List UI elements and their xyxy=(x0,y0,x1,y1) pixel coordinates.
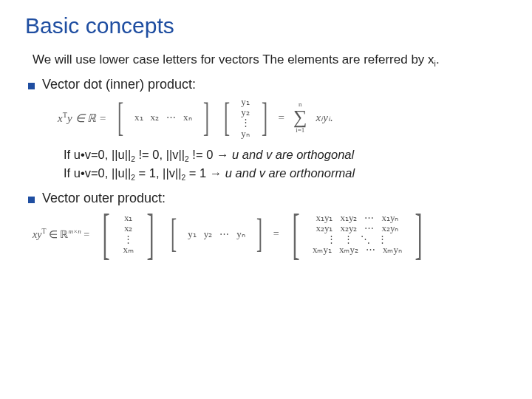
cx1: x₁ xyxy=(124,213,133,223)
m33: xₘyₙ xyxy=(383,245,402,255)
row-xn: xₙ xyxy=(183,112,192,123)
row-dots: ⋯ xyxy=(166,112,176,123)
c1a: If u•v=0, ||u|| xyxy=(64,148,131,161)
bullet-square-icon xyxy=(28,197,35,203)
m21: ⋮ xyxy=(344,234,353,245)
equation-inner-product: xTy ∈ ℝ = [ x₁ x₂ ⋯ xₙ ] [ y₁ y₂ ⋮ yₙ ] … xyxy=(58,97,511,139)
m03: x₁yₙ xyxy=(381,213,398,223)
col-dots: ⋮ xyxy=(241,117,250,128)
m01: x₁y₂ xyxy=(340,213,357,223)
m32: ⋯ xyxy=(366,245,375,255)
c1b: != 0, ||v|| xyxy=(135,148,185,161)
c1d: u and v are xyxy=(228,148,296,161)
sum-lower: i=1 xyxy=(296,127,304,134)
summation-icon: n ∑ i=1 xyxy=(293,101,307,134)
left-bracket-icon: [ xyxy=(117,100,123,136)
outer-xy: xy xyxy=(33,229,41,240)
c2c: = 1 xyxy=(185,166,210,180)
m22: ⋱ xyxy=(361,234,370,245)
col-y2: y₂ xyxy=(241,107,250,117)
orthonormal-term: orthonormal xyxy=(290,166,355,180)
m10: x₂y₁ xyxy=(316,223,332,233)
bullet-outer-product: Vector outer product: xyxy=(28,191,511,206)
intro-text-b: . xyxy=(436,52,440,66)
left-bracket-icon: [ xyxy=(171,216,177,252)
m23: ⋮ xyxy=(378,234,387,245)
right-bracket-icon: ] xyxy=(203,100,209,136)
slide: Basic concepts We will use lower case le… xyxy=(0,0,532,399)
arrow-icon: → xyxy=(216,148,229,161)
outer-eq2: = xyxy=(273,228,279,240)
row-x2: x₂ xyxy=(151,112,160,123)
bullet-square-icon xyxy=(28,83,35,89)
bullet-inner-label: Vector dot (inner) product: xyxy=(42,77,196,92)
left-bracket-icon: [ xyxy=(103,211,110,256)
m12: ⋯ xyxy=(364,223,374,233)
m20: ⋮ xyxy=(327,234,336,245)
ryd: ⋯ xyxy=(219,228,229,240)
outer-row-y: y₁ y₂ ⋯ yₙ xyxy=(188,228,245,240)
col-yn: yₙ xyxy=(241,129,250,139)
m31: xₘy₂ xyxy=(339,245,358,255)
right-bracket-icon: ] xyxy=(147,211,154,256)
outer-col-x: x₁ x₂ ⋮ xₘ xyxy=(123,213,134,255)
row-x1: x₁ xyxy=(134,112,143,123)
col-y1: y₁ xyxy=(241,97,250,107)
inner-col-vector: y₁ y₂ ⋮ yₙ xyxy=(241,97,250,139)
left-bracket-icon: [ xyxy=(224,100,230,136)
sigma-icon: ∑ xyxy=(293,108,307,127)
outer-lhs: xyT ∈ ℝm×n = xyxy=(33,227,89,241)
outer-eq1: = xyxy=(81,229,89,240)
m00: x₁y₁ xyxy=(316,213,332,223)
m13: x₂yₙ xyxy=(381,223,398,233)
inner-lhs: xTy ∈ ℝ = xyxy=(58,111,106,125)
equals-sign: = xyxy=(279,112,284,124)
cx2: x₂ xyxy=(124,223,133,233)
orthogonal-term: orthogonal xyxy=(296,148,354,161)
c2b: = 1, ||v|| xyxy=(135,166,182,180)
outer-matrix: x₁y₁ x₁y₂ ⋯ x₁yₙ x₂y₁ x₂y₂ ⋯ x₂yₙ ⋮ ⋮ ⋱ … xyxy=(313,213,402,255)
inner-row-vector: x₁ x₂ ⋯ xₙ xyxy=(134,112,192,123)
m11: x₂y₂ xyxy=(340,223,357,233)
outer-dim: m×n xyxy=(68,228,81,235)
condition-orthogonal: If u•v=0, ||u||2 != 0, ||v||2 != 0 → u a… xyxy=(64,148,511,163)
ryn: yₙ xyxy=(236,228,245,240)
right-bracket-icon: ] xyxy=(256,216,262,252)
intro-text: We will use lower case letters for vecto… xyxy=(33,52,505,69)
condition-orthonormal: If u•v=0, ||u||2 = 1, ||v||2 = 1 → u and… xyxy=(64,166,511,182)
c2d: u and v are xyxy=(222,166,290,180)
arrow-icon: → xyxy=(210,166,222,180)
left-bracket-icon: [ xyxy=(292,211,299,256)
equation-outer-product: xyT ∈ ℝm×n = [ x₁ x₂ ⋮ xₘ ] [ y₁ y₂ ⋯ yₙ… xyxy=(58,211,511,256)
ry1: y₁ xyxy=(188,228,197,240)
cxd: ⋮ xyxy=(123,234,133,245)
ry2: y₂ xyxy=(204,228,213,240)
m02: ⋯ xyxy=(364,213,374,223)
sum-body: xᵢyᵢ. xyxy=(316,111,333,124)
c2a: If u•v=0, ||u|| xyxy=(64,166,131,180)
bullet-inner-product: Vector dot (inner) product: xyxy=(28,77,511,92)
right-bracket-icon: ] xyxy=(262,100,267,136)
c1c: != 0 xyxy=(189,148,216,161)
cxm: xₘ xyxy=(123,245,134,255)
slide-title: Basic concepts xyxy=(25,13,511,38)
right-bracket-icon: ] xyxy=(415,211,423,256)
m30: xₘy₁ xyxy=(313,245,332,255)
outer-R: ∈ ℝ xyxy=(46,229,68,240)
inner-y: y ∈ ℝ = xyxy=(67,112,106,124)
intro-text-a: We will use lower case letters for vecto… xyxy=(33,52,434,66)
inner-x: x xyxy=(58,112,63,124)
